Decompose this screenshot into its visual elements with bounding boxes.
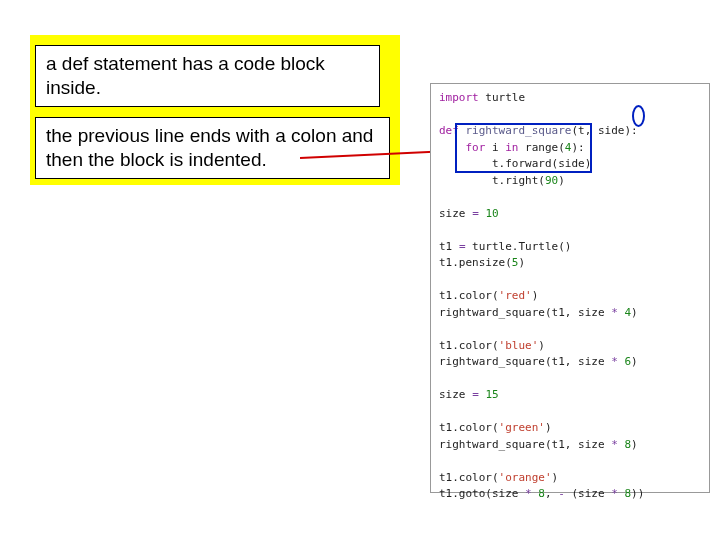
code-line: t1.goto(size * 8, - (size * 8)) [439, 486, 701, 503]
code-line: t.forward(side) [439, 156, 701, 173]
code-line: t1.color('blue') [439, 338, 701, 355]
callout-text: the previous line ends with a colon and … [46, 125, 373, 170]
code-line: t1.color('red') [439, 288, 701, 305]
code-line: t1.pensize(5) [439, 255, 701, 272]
code-line: import turtle [439, 90, 701, 107]
callout-def-block: a def statement has a code block inside. [35, 45, 380, 107]
code-line: t1.color('green') [439, 420, 701, 437]
code-editor: import turtle def rightward_square(t, si… [430, 83, 710, 493]
code-line: t.right(90) [439, 173, 701, 190]
code-line: rightward_square(t1, size * 6) [439, 354, 701, 371]
callout-colon-indent: the previous line ends with a colon and … [35, 117, 390, 179]
code-line: size = 15 [439, 387, 701, 404]
code-line: def rightward_square(t, side): [439, 123, 701, 140]
code-line: t1.color('orange') [439, 470, 701, 487]
callout-text: a def statement has a code block inside. [46, 53, 325, 98]
code-line: for i in range(4): [439, 140, 701, 157]
code-line: rightward_square(t1, size * 8) [439, 437, 701, 454]
code-line: size = 10 [439, 206, 701, 223]
code-line: rightward_square(t1, size * 4) [439, 305, 701, 322]
code-line: t1 = turtle.Turtle() [439, 239, 701, 256]
